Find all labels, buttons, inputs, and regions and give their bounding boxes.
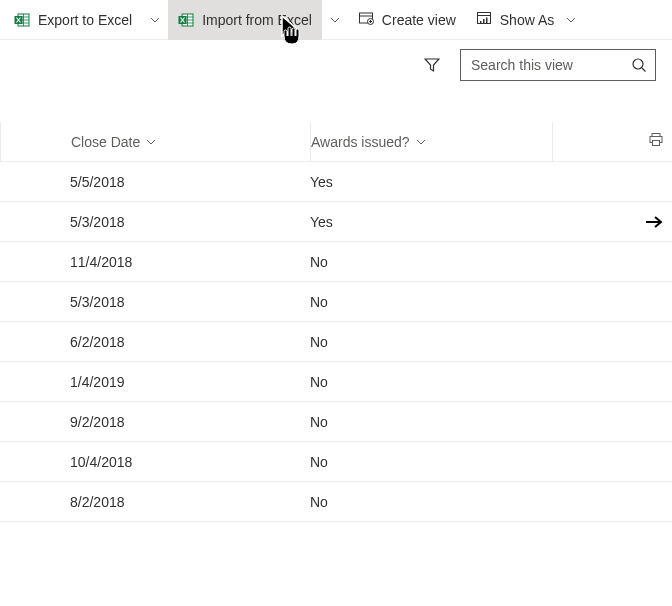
cell-awards-issued: Yes — [310, 174, 672, 190]
cell-close-date: 1/4/2019 — [0, 374, 310, 390]
cell-close-date: 5/3/2018 — [0, 214, 310, 230]
table-row[interactable]: 11/4/2018No — [0, 242, 672, 282]
svg-rect-19 — [480, 21, 482, 23]
chevron-down-icon — [150, 17, 160, 23]
search-input[interactable] — [471, 57, 623, 73]
arrow-right-icon[interactable] — [644, 212, 664, 232]
search-icon — [631, 57, 647, 73]
cell-awards-issued: No — [310, 374, 672, 390]
column-label: Awards issued? — [311, 134, 410, 150]
cell-awards-issued: No — [310, 294, 672, 310]
create-view-label: Create view — [382, 12, 456, 28]
search-bar-row — [0, 40, 672, 90]
export-label: Export to Excel — [38, 12, 132, 28]
chevron-down-icon — [566, 17, 576, 23]
cell-awards-issued: Yes — [310, 214, 644, 230]
chevron-down-icon — [330, 17, 340, 23]
cell-awards-issued: No — [310, 254, 672, 270]
show-as-button[interactable]: Show As — [466, 0, 580, 40]
table-row[interactable]: 5/5/2018Yes — [0, 162, 672, 202]
export-dropdown[interactable] — [142, 0, 168, 40]
filter-button[interactable] — [416, 49, 448, 81]
table-row[interactable]: 8/2/2018No — [0, 482, 672, 522]
svg-rect-30 — [653, 141, 660, 146]
cell-close-date: 5/5/2018 — [0, 174, 310, 190]
create-view-icon — [358, 10, 374, 29]
table-row[interactable]: 10/4/2018No — [0, 442, 672, 482]
excel-icon — [14, 12, 30, 28]
command-bar: Export to Excel Import from Excel — [0, 0, 672, 40]
cell-close-date: 9/2/2018 — [0, 414, 310, 430]
excel-icon — [178, 12, 194, 28]
import-from-excel-button[interactable]: Import from Excel — [168, 0, 322, 40]
column-label: Close Date — [71, 134, 140, 150]
column-header-extra — [552, 122, 672, 161]
cell-close-date: 11/4/2018 — [0, 254, 310, 270]
table-row[interactable]: 1/4/2019No — [0, 362, 672, 402]
table-row[interactable]: 6/2/2018No — [0, 322, 672, 362]
show-as-icon — [476, 10, 492, 29]
table-row[interactable]: 5/3/2018Yes — [0, 202, 672, 242]
svg-point-26 — [633, 59, 643, 69]
svg-rect-20 — [483, 19, 485, 23]
cell-close-date: 8/2/2018 — [0, 494, 310, 510]
printer-icon[interactable] — [648, 132, 664, 151]
column-header-awards-issued[interactable]: Awards issued? — [310, 122, 552, 161]
column-header-close-date[interactable]: Close Date — [0, 122, 310, 161]
cell-awards-issued: No — [310, 454, 672, 470]
cell-awards-issued: No — [310, 414, 672, 430]
create-view-button[interactable]: Create view — [348, 0, 466, 40]
grid-header: Close Date Awards issued? — [0, 122, 672, 162]
table-row[interactable]: 5/3/2018No — [0, 282, 672, 322]
grid-rows: 5/5/2018Yes5/3/2018Yes11/4/2018No5/3/201… — [0, 162, 672, 522]
chevron-down-icon — [416, 139, 426, 145]
export-to-excel-button[interactable]: Export to Excel — [4, 0, 142, 40]
show-as-label: Show As — [500, 12, 554, 28]
cell-awards-issued: No — [310, 334, 672, 350]
chevron-down-icon — [146, 139, 156, 145]
cell-close-date: 5/3/2018 — [0, 294, 310, 310]
cell-awards-issued: No — [310, 494, 672, 510]
cell-close-date: 10/4/2018 — [0, 454, 310, 470]
import-dropdown[interactable] — [322, 0, 348, 40]
cell-close-date: 6/2/2018 — [0, 334, 310, 350]
svg-rect-21 — [486, 18, 488, 24]
svg-line-27 — [642, 68, 646, 72]
search-box[interactable] — [460, 49, 656, 81]
table-row[interactable]: 9/2/2018No — [0, 402, 672, 442]
filter-icon — [424, 57, 440, 73]
import-label: Import from Excel — [202, 12, 312, 28]
